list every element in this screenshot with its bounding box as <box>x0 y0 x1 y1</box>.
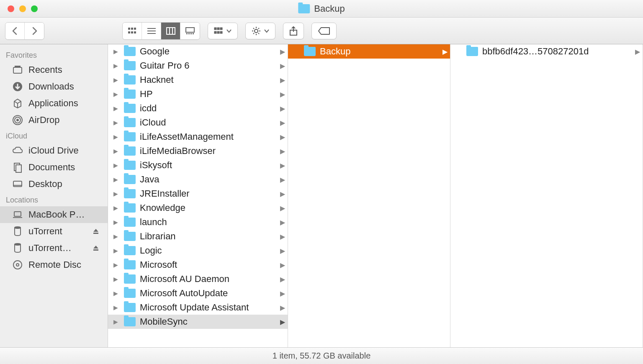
folder-icon <box>124 132 136 141</box>
svg-rect-15 <box>190 33 192 34</box>
expand-icon: ▶ <box>111 119 120 126</box>
svg-point-52 <box>13 261 22 269</box>
sidebar-item-label: AirDrop <box>28 115 60 126</box>
sidebar-item-applications[interactable]: Applications <box>0 95 108 112</box>
folder-row[interactable]: ▶Knowledge▶ <box>108 201 288 215</box>
svg-rect-14 <box>188 33 190 34</box>
column-view-button[interactable] <box>161 23 180 39</box>
svg-point-23 <box>255 29 258 33</box>
folder-label: launch <box>140 217 278 228</box>
disk-icon <box>12 242 23 254</box>
folder-row[interactable]: ▶launch▶ <box>108 215 288 229</box>
expand-icon: ▶ <box>111 77 120 83</box>
folder-row[interactable]: ▶HP▶ <box>108 87 288 101</box>
airdrop-icon <box>12 114 23 126</box>
folder-row[interactable]: ▶Logic▶ <box>108 244 288 258</box>
folder-row[interactable]: ▶Librarian▶ <box>108 229 288 244</box>
folder-row[interactable]: ▶MobileSync▶ <box>108 315 288 329</box>
close-window-button[interactable] <box>8 5 14 12</box>
sidebar-item-recents[interactable]: Recents <box>0 62 108 78</box>
column-2[interactable]: Backup▶ <box>288 44 450 347</box>
sidebar-item-remote-disc[interactable]: Remote Disc <box>0 256 108 273</box>
sidebar-item-label: MacBook P… <box>28 209 85 220</box>
icon-view-button[interactable] <box>123 23 142 39</box>
expand-icon: ▶ <box>111 48 120 55</box>
folder-icon <box>124 146 136 156</box>
folder-row[interactable]: ▶icdd▶ <box>108 101 288 115</box>
sidebar-item-utorrent[interactable]: uTorrent <box>0 223 108 240</box>
sidebar-header: Locations <box>0 192 108 206</box>
folder-label: Backup <box>320 46 440 57</box>
folder-label: Guitar Pro 6 <box>140 60 278 71</box>
folder-row[interactable]: bbfb6df423…570827201d▶ <box>450 44 643 59</box>
folder-row[interactable]: ▶Hacknet▶ <box>108 73 288 87</box>
folder-row[interactable]: ▶Microsoft AutoUpdate▶ <box>108 286 288 300</box>
expand-icon: ▶ <box>111 276 120 282</box>
action-menu-button[interactable] <box>245 23 275 39</box>
sidebar-header: iCloud <box>0 128 108 142</box>
folder-row[interactable]: ▶iCloud▶ <box>108 115 288 130</box>
sidebar-item-label: Recents <box>28 64 62 75</box>
folder-row[interactable]: ▶Guitar Pro 6▶ <box>108 59 288 73</box>
svg-rect-4 <box>131 31 133 33</box>
folder-row[interactable]: ▶JREInstaller▶ <box>108 187 288 201</box>
svg-rect-21 <box>217 31 219 33</box>
laptop-icon <box>12 209 23 220</box>
folder-label: Google <box>140 46 278 57</box>
folder-row[interactable]: ▶Google▶ <box>108 44 288 59</box>
chevron-right-icon: ▶ <box>278 233 288 241</box>
expand-icon: ▶ <box>111 62 120 69</box>
folder-icon <box>124 260 136 269</box>
svg-rect-0 <box>128 28 130 30</box>
folder-label: icdd <box>140 103 278 114</box>
folder-row[interactable]: Backup▶ <box>288 44 450 59</box>
sidebar-item-label: Desktop <box>28 179 62 190</box>
folder-icon <box>124 246 136 255</box>
share-button[interactable] <box>283 23 304 39</box>
forward-button[interactable] <box>25 23 44 39</box>
folder-icon <box>124 118 136 127</box>
list-view-button[interactable] <box>142 23 161 39</box>
folder-label: Java <box>140 174 278 185</box>
status-text: 1 item, 55.72 GB available <box>273 351 371 361</box>
folder-row[interactable]: ▶iSkysoft▶ <box>108 158 288 172</box>
folder-row[interactable]: ▶iLifeMediaBrowser▶ <box>108 144 288 158</box>
sidebar-item-airdrop[interactable]: AirDrop <box>0 112 108 128</box>
sidebar-item-desktop[interactable]: Desktop <box>0 176 108 192</box>
back-button[interactable] <box>5 23 25 39</box>
gallery-view-button[interactable] <box>180 23 200 39</box>
folder-row[interactable]: ▶Microsoft AU Daemon▶ <box>108 272 288 286</box>
sidebar-item-macbook-p-[interactable]: MacBook P… <box>0 206 108 223</box>
chevron-right-icon: ▶ <box>278 275 288 283</box>
column-3[interactable]: bbfb6df423…570827201d▶ <box>450 44 643 347</box>
disk-icon <box>12 226 23 237</box>
maximize-window-button[interactable] <box>31 5 38 12</box>
sidebar-item-documents[interactable]: Documents <box>0 159 108 176</box>
sidebar-item-icloud-drive[interactable]: iCloud Drive <box>0 142 108 159</box>
svg-rect-51 <box>93 249 98 251</box>
folder-icon <box>298 4 310 13</box>
chevron-right-icon: ▶ <box>440 48 450 56</box>
column-1[interactable]: ▶Google▶▶Guitar Pro 6▶▶Hacknet▶▶HP▶▶icdd… <box>108 44 288 347</box>
folder-row[interactable]: ▶Microsoft▶ <box>108 258 288 272</box>
eject-icon[interactable] <box>93 228 99 235</box>
applications-icon <box>12 97 23 109</box>
folder-label: iLifeAssetManagement <box>140 131 278 142</box>
eject-icon[interactable] <box>93 245 99 251</box>
folder-row[interactable]: ▶Microsoft Update Assistant▶ <box>108 300 288 315</box>
sidebar-item-downloads[interactable]: Downloads <box>0 78 108 95</box>
expand-icon: ▶ <box>111 304 120 311</box>
sidebar-item-utorrent-[interactable]: uTorrent… <box>0 240 108 256</box>
window-title-text: Backup <box>314 3 345 14</box>
sidebar-item-label: uTorrent <box>28 226 62 237</box>
svg-rect-42 <box>13 181 22 187</box>
folder-row[interactable]: ▶iLifeAssetManagement▶ <box>108 130 288 144</box>
svg-rect-2 <box>134 28 136 30</box>
folder-icon <box>124 232 136 241</box>
folder-row[interactable]: ▶Java▶ <box>108 172 288 187</box>
tag-icon <box>318 27 330 35</box>
tags-button[interactable] <box>311 23 337 39</box>
documents-icon <box>12 161 23 173</box>
group-by-button[interactable] <box>208 23 238 39</box>
minimize-window-button[interactable] <box>19 5 26 12</box>
